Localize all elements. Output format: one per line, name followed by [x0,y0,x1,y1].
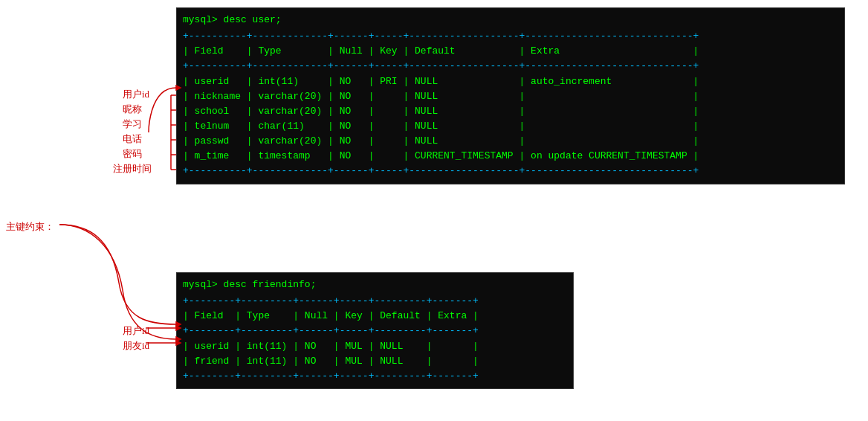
annotation-pk: 主键约束： [6,220,54,234]
border-mid-1: +----------+-------------+------+-----+-… [183,59,838,74]
annotation-userid-label: 用户id [123,88,149,101]
annotation-telnum-label: 电话 [123,132,142,146]
row-passwd: | passwd | varchar(20) | NO | | NULL | | [183,134,838,149]
row-f-friend: | friend | int(11) | NO | MUL | NULL | | [183,354,567,369]
annotation-f-userid-label: 用户id [123,324,149,338]
cmd-user: mysql> desc user; [183,13,838,28]
header-row-2: | Field | Type | Null | Key | Default | … [183,309,567,324]
terminal-friendinfo: mysql> desc friendinfo; +--------+------… [176,272,574,389]
row-userid: | userid | int(11) | NO | PRI | NULL | a… [183,74,838,89]
border-bot-2: +--------+---------+------+-----+-------… [183,369,567,384]
row-mtime: | m_time | timestamp | NO | | CURRENT_TI… [183,149,838,164]
border-mid-2: +--------+---------+------+-----+-------… [183,324,567,338]
annotation-f-friend-label: 朋友id [123,339,149,353]
row-f-userid: | userid | int(11) | NO | MUL | NULL | | [183,339,567,354]
annotation-mtime-label: 注册时间 [113,162,152,176]
border-bot-1: +----------+-------------+------+-----+-… [183,164,838,179]
terminal-user: mysql> desc user; +----------+----------… [176,7,845,184]
border-top-1: +----------+-------------+------+-----+-… [183,29,838,44]
annotation-school-label: 学习 [123,118,142,131]
annotation-passwd-label: 密码 [123,147,142,161]
header-row-1: | Field | Type | Null | Key | Default | … [183,44,838,59]
row-school: | school | varchar(20) | NO | | NULL | | [183,104,838,119]
page-container: mysql> desc user; +----------+----------… [0,0,868,421]
border-top-2: +--------+---------+------+-----+-------… [183,294,567,309]
cmd-friendinfo: mysql> desc friendinfo; [183,277,567,292]
row-nickname: | nickname | varchar(20) | NO | | NULL |… [183,89,838,104]
annotation-nickname-label: 昵称 [123,103,142,116]
row-telnum: | telnum | char(11) | NO | | NULL | | [183,119,838,134]
